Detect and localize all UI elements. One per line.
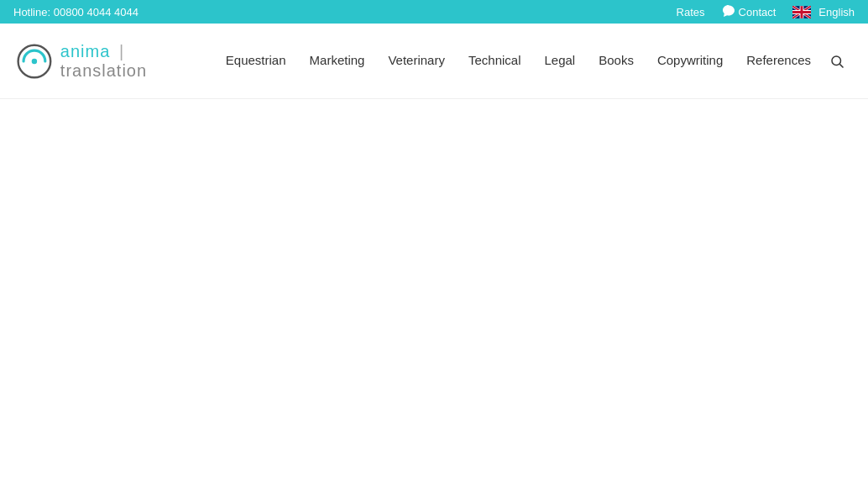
main-nav: Equestrian Marketing Veterinary Technica… <box>214 24 823 99</box>
contact-item: Contact <box>722 4 776 20</box>
svg-point-2 <box>32 58 37 63</box>
nav-veterinary[interactable]: Veterinary <box>376 24 457 99</box>
logo-tagline: translation <box>60 61 147 80</box>
nav-technical[interactable]: Technical <box>457 24 533 99</box>
nav-copywriting[interactable]: Copywriting <box>646 24 735 99</box>
hotline-text: Hotline: 00800 4044 4044 <box>13 6 139 18</box>
logo-text: anima | translation <box>60 42 189 81</box>
logo[interactable]: anima | translation <box>17 39 189 83</box>
top-bar-right: Rates Contact English <box>677 4 855 20</box>
language-selector[interactable]: English <box>792 5 855 18</box>
nav-books[interactable]: Books <box>587 24 646 99</box>
nav-references[interactable]: References <box>735 24 823 99</box>
rates-link[interactable]: Rates <box>677 6 705 18</box>
header: anima | translation Equestrian Marketing… <box>0 24 868 99</box>
search-icon <box>829 54 844 69</box>
language-label[interactable]: English <box>818 6 855 18</box>
svg-line-4 <box>839 64 843 67</box>
main-content <box>0 99 868 483</box>
logo-brand: anima <box>60 42 110 60</box>
nav-legal[interactable]: Legal <box>533 24 588 99</box>
search-button[interactable] <box>823 47 851 76</box>
top-bar: Hotline: 00800 4044 4044 Rates Contact <box>0 0 868 24</box>
nav-marketing[interactable]: Marketing <box>298 24 377 99</box>
nav-equestrian[interactable]: Equestrian <box>214 24 298 99</box>
logo-icon <box>17 39 52 83</box>
contact-link[interactable]: Contact <box>739 6 776 18</box>
chat-icon <box>722 4 735 20</box>
svg-point-3 <box>832 56 841 66</box>
uk-flag-icon <box>792 5 815 18</box>
